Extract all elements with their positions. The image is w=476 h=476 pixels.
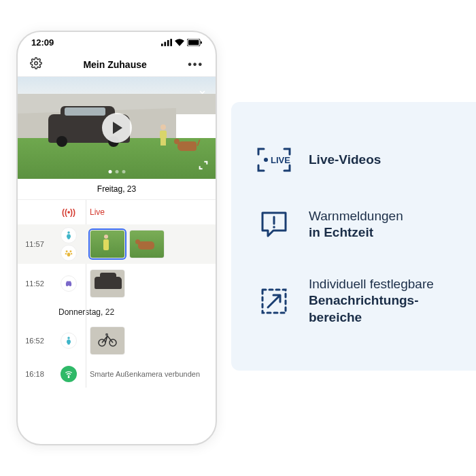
svg-point-21 — [264, 158, 268, 162]
wifi-icon — [175, 39, 184, 46]
feature-alerts: Warnmeldungenin Echtzeit — [256, 208, 457, 241]
svg-point-15 — [69, 285, 71, 286]
feature-panel: LIVE Live-Videos Warnmeldungenin Echtzei… — [231, 102, 476, 371]
timeline-time: 16:52 — [18, 337, 52, 345]
settings-icon[interactable] — [30, 57, 42, 72]
broadcast-icon: ((•)) — [61, 204, 77, 220]
svg-point-13 — [67, 252, 71, 256]
timeline: ((•)) Live 11:57 11:52 Donnerstag, 22 16… — [18, 200, 216, 388]
person-illustration — [158, 124, 168, 145]
svg-point-20 — [68, 377, 69, 377]
car-icon — [61, 275, 77, 292]
feature-live-video: LIVE Live-Videos — [256, 146, 457, 173]
svg-rect-6 — [201, 41, 202, 44]
status-text: Smarte Außenkamera verbunden — [90, 370, 200, 378]
svg-point-19 — [105, 333, 108, 336]
page-title[interactable]: Mein Zuhause — [83, 59, 146, 70]
svg-point-24 — [273, 226, 275, 229]
event-thumbnail[interactable] — [129, 230, 165, 258]
event-thumbnail[interactable] — [90, 269, 125, 298]
paw-icon — [61, 245, 77, 261]
feature-zones: Individuell festlegbareBenachrichtungs­b… — [256, 276, 457, 326]
date-label: Freitag, 23 — [18, 179, 216, 200]
expand-icon[interactable] — [198, 160, 209, 173]
person-icon — [61, 227, 77, 243]
svg-rect-5 — [188, 39, 199, 44]
date-separator: Donnerstag, 22 — [18, 303, 216, 321]
dog-illustration — [177, 141, 197, 151]
svg-point-12 — [71, 253, 72, 254]
svg-text:LIVE: LIVE — [271, 155, 290, 165]
timeline-row[interactable]: 11:52 — [18, 264, 216, 303]
person-icon — [61, 333, 77, 349]
svg-point-14 — [67, 285, 68, 286]
feature-label: Individuell festlegbareBenachrichtungs­b… — [309, 276, 457, 326]
timeline-row[interactable]: 11:57 — [18, 224, 216, 264]
more-icon[interactable]: ••• — [188, 58, 203, 71]
status-bar: 12:09 — [18, 32, 216, 52]
live-badge-icon: LIVE — [256, 146, 292, 173]
timeline-row[interactable]: 16:52 — [18, 321, 216, 360]
zones-icon — [256, 286, 292, 317]
chevron-down-icon[interactable]: ⌄ — [197, 82, 207, 97]
live-label: Live — [90, 207, 105, 217]
app-header: Mein Zuhause ••• — [18, 52, 216, 77]
timeline-time: 11:52 — [18, 279, 52, 288]
alert-icon — [256, 209, 292, 240]
phone-mockup: 12:09 Mein Zuhause ••• ⌄ Freitag, 23 — [16, 31, 217, 445]
timeline-row[interactable]: 16:18 Smarte Außenkamera verbunden — [18, 360, 216, 388]
svg-rect-1 — [164, 41, 166, 46]
signal-icon — [161, 39, 172, 46]
timeline-live-row[interactable]: ((•)) Live — [18, 200, 216, 224]
pager-dots[interactable] — [108, 170, 125, 173]
svg-point-16 — [67, 337, 70, 339]
wifi-connected-icon — [61, 366, 77, 382]
event-thumbnail[interactable] — [90, 230, 125, 258]
play-button[interactable] — [102, 113, 132, 143]
svg-rect-0 — [161, 44, 163, 46]
svg-point-9 — [66, 250, 68, 252]
battery-icon — [187, 39, 202, 46]
feature-label: Live-Videos — [309, 152, 381, 169]
event-thumbnail[interactable] — [90, 326, 125, 355]
feature-label: Warnmeldungenin Echtzeit — [309, 208, 403, 241]
timeline-time: 16:18 — [18, 370, 52, 378]
clock: 12:09 — [31, 37, 54, 48]
svg-point-7 — [35, 61, 38, 65]
svg-rect-3 — [170, 39, 172, 46]
svg-point-11 — [65, 253, 67, 254]
svg-rect-2 — [167, 39, 169, 46]
svg-point-8 — [67, 231, 70, 234]
svg-point-10 — [69, 250, 71, 252]
status-icons — [161, 39, 202, 46]
camera-preview[interactable]: ⌄ — [18, 77, 216, 179]
timeline-time: 11:57 — [18, 240, 52, 248]
